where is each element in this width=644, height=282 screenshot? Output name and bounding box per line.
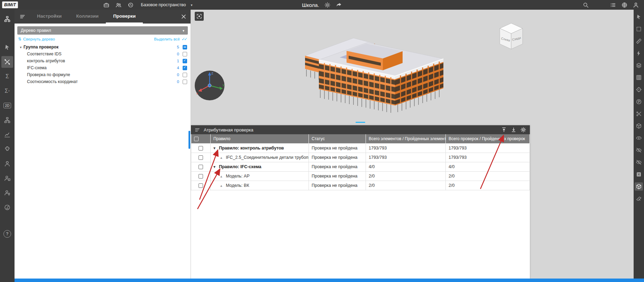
panel-menu-icon[interactable]	[19, 13, 26, 20]
gizmo-z-label: Z	[211, 72, 213, 75]
view-cube[interactable]: Слева Сзади	[497, 21, 526, 52]
column-header-checks[interactable]: Всего проверок / Пройденных проверок	[446, 134, 530, 143]
tree-item-checkbox[interactable]	[183, 45, 187, 49]
expand-chevron-icon[interactable]	[18, 45, 24, 49]
row-select-cell	[191, 171, 211, 181]
menu-list-icon[interactable]	[610, 2, 616, 8]
user-icon[interactable]	[1, 158, 13, 170]
select-all-checkbox[interactable]	[194, 137, 199, 141]
dashboard-icon[interactable]	[1, 201, 13, 213]
settings-gear-icon[interactable]	[324, 2, 331, 8]
team-icon[interactable]	[115, 2, 122, 8]
navigation-gizmo[interactable]: x Y Z	[194, 70, 226, 101]
collapse-tree-link[interactable]: Свернуть дерево	[18, 37, 55, 42]
diagram-icon[interactable]	[1, 114, 13, 126]
checks-cell: 2/0	[446, 171, 530, 181]
collapse-rows-icon[interactable]	[501, 127, 507, 133]
column-header-status[interactable]: Статус	[309, 134, 366, 143]
column-header-elements[interactable]: Всего элементов / Пройденных элементов	[366, 134, 446, 143]
projects-icon[interactable]	[103, 2, 110, 8]
check-table-row[interactable]: Модель: ВКПроверка не пройдена2/02/0	[191, 181, 530, 190]
building-model	[295, 22, 461, 115]
clear-selection-icon[interactable]	[635, 170, 643, 179]
user-role-icon[interactable]	[1, 172, 13, 184]
section-plane-icon[interactable]	[635, 194, 643, 203]
user-location-icon[interactable]	[1, 187, 13, 199]
workspace-selector[interactable]: Базовое пространство	[141, 2, 192, 7]
row-checkbox[interactable]	[199, 146, 203, 151]
tree-item-checkbox[interactable]	[183, 52, 187, 56]
view-2d-icon[interactable]: 2D	[1, 100, 13, 111]
panel-tab-bar: Настройки Коллизии Проверки	[15, 10, 191, 24]
sum-tool-icon[interactable]: Σ	[1, 71, 13, 82]
model-view-icon[interactable]	[635, 182, 643, 191]
panel-resize-handle[interactable]	[356, 122, 365, 123]
row-checkbox[interactable]	[199, 155, 203, 160]
select-all-link[interactable]: Выделить всё	[154, 37, 186, 42]
column-header-rule[interactable]: Правило	[211, 134, 309, 143]
box-select-icon[interactable]	[635, 25, 643, 33]
tab-settings[interactable]: Настройки	[30, 10, 69, 24]
graphs-icon[interactable]	[1, 129, 13, 140]
tree-item[interactable]: контроль атрибутов1	[18, 57, 187, 64]
check-table-row[interactable]: Модель: АРПроверка не пройдена2/02/0	[191, 171, 530, 181]
rules-tree-dropdown[interactable]: Дерево правил	[17, 26, 188, 35]
row-checkbox[interactable]	[199, 183, 203, 188]
focus-button[interactable]	[195, 12, 204, 21]
checks-cell: 4/0	[446, 162, 530, 171]
expand-row-icon[interactable]	[220, 174, 226, 179]
check-table-row[interactable]: Правило: контроль атрибутовПроверка не п…	[191, 143, 530, 153]
table-settings-icon[interactable]	[520, 127, 526, 133]
clip-volume-icon[interactable]	[635, 122, 643, 130]
row-checkbox[interactable]	[199, 165, 203, 169]
elements-cell: 1793/793	[366, 143, 446, 153]
grid-icon[interactable]	[635, 73, 643, 82]
model-structure-icon[interactable]	[1, 13, 13, 25]
hide-selected-icon[interactable]	[635, 146, 643, 154]
tree-item-checkbox[interactable]	[183, 66, 187, 70]
profile-icon[interactable]	[633, 2, 639, 8]
help-button[interactable]: ?	[3, 230, 11, 238]
sum-plus-tool-icon[interactable]: Σ+	[1, 85, 13, 97]
search-icon[interactable]	[582, 2, 589, 8]
tree-item-checkbox[interactable]	[183, 73, 187, 77]
measure-icon[interactable]	[635, 37, 643, 45]
check-table-row[interactable]: IFC_2.5_Соединительные детали трубопрПро…	[191, 153, 530, 162]
panel-scrollbar[interactable]	[188, 131, 190, 149]
share-icon[interactable]	[335, 2, 342, 8]
profile-globe-icon[interactable]	[621, 2, 628, 8]
tree-item-checkbox[interactable]	[183, 59, 187, 63]
app-logo[interactable]: BIMiT	[2, 1, 18, 8]
tree-item-checkbox[interactable]	[183, 80, 187, 84]
isolate-icon[interactable]	[635, 158, 643, 166]
history-icon[interactable]	[127, 2, 134, 8]
panel-menu-icon[interactable]	[194, 127, 200, 133]
tree-item[interactable]: Проверка по формуле0	[18, 71, 187, 78]
visibility-icon[interactable]	[635, 134, 643, 142]
expand-row-icon[interactable]	[220, 183, 226, 188]
section-cut-icon[interactable]	[635, 110, 643, 118]
tab-checks[interactable]: Проверки	[106, 10, 143, 24]
tree-item-count: 0	[175, 52, 179, 56]
collapse-row-icon[interactable]	[213, 146, 219, 151]
tree-item[interactable]: Соотносимость координат0	[18, 78, 187, 85]
tree-item[interactable]: IFC-схема4	[18, 64, 187, 71]
locate-icon[interactable]	[635, 85, 643, 94]
plan-view-icon[interactable]	[635, 98, 643, 106]
select-tool-icon[interactable]	[1, 42, 13, 53]
tree-item[interactable]: Соответствие IDS0	[18, 51, 187, 57]
check-table-row[interactable]: Правило: IFC-схемаПроверка не пройдена4/…	[191, 162, 530, 171]
collapse-row-icon[interactable]	[213, 164, 219, 169]
attribute-check-header: Атрибутивная проверка	[191, 125, 530, 134]
tab-collisions[interactable]: Коллизии	[69, 10, 106, 24]
plugins-icon[interactable]	[1, 143, 13, 155]
close-panel-icon[interactable]	[180, 13, 187, 20]
expand-row-icon[interactable]	[220, 155, 226, 160]
cursor-select-icon[interactable]	[635, 13, 643, 21]
expand-rows-icon[interactable]	[510, 127, 517, 133]
quick-tools-icon[interactable]	[635, 49, 643, 57]
checks-tool-icon[interactable]	[1, 56, 13, 68]
row-checkbox[interactable]	[199, 174, 203, 179]
layers-icon[interactable]	[635, 61, 643, 70]
tree-item[interactable]: Группа проверок5	[18, 44, 187, 51]
